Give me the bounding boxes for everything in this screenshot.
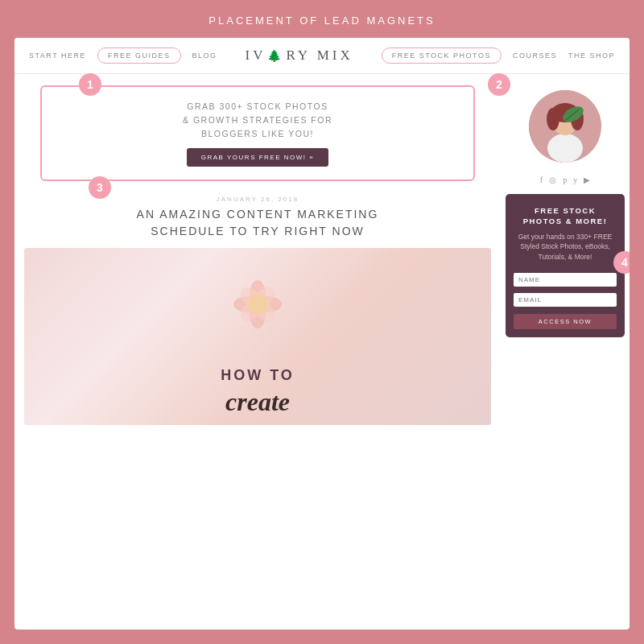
logo-text-ry-mix: RY MIX bbox=[286, 47, 353, 64]
how-to-text: HOW TO bbox=[221, 367, 295, 384]
svg-point-13 bbox=[547, 108, 559, 130]
nav-item-blog[interactable]: BLOG bbox=[192, 52, 217, 60]
nav-item-start-here[interactable]: START HERE bbox=[29, 52, 86, 60]
pinterest-icon[interactable]: p bbox=[563, 175, 567, 184]
page-title: PLACEMENT OF LEAD MAGNETS bbox=[208, 14, 435, 27]
svg-point-10 bbox=[547, 134, 583, 163]
nav-item-the-shop[interactable]: THE SHOP bbox=[568, 52, 615, 60]
nav-item-courses[interactable]: COURSES bbox=[513, 52, 557, 60]
site-logo[interactable]: IV🌲RY MIX bbox=[246, 47, 353, 64]
outer-frame: PLACEMENT OF LEAD MAGNETS START HERE FRE… bbox=[0, 0, 644, 644]
nav-pill-free-guides[interactable]: FREE GUIDES bbox=[97, 47, 181, 64]
avatar bbox=[529, 90, 601, 163]
instagram-icon[interactable]: ◎ bbox=[549, 175, 556, 184]
article-title: AN AMAZING CONTENT MARKETING SCHEDULE TO… bbox=[24, 206, 491, 240]
article-image: HOW TO create bbox=[24, 248, 491, 425]
twitter-icon[interactable]: y bbox=[573, 175, 577, 184]
social-icons: f ◎ p y ▶ bbox=[540, 175, 590, 184]
hero-cta-button[interactable]: GRAB YOURS FREE NOW! » bbox=[187, 148, 328, 167]
sidebar-widget: FREE STOCK PHOTOS & MORE! Get your hands… bbox=[506, 194, 625, 337]
nav-pill-free-stock-photos[interactable]: FREE STOCK PHOTOS bbox=[382, 47, 502, 64]
youtube-icon[interactable]: ▶ bbox=[584, 175, 590, 184]
main-content: GRAB 300+ STOCK PHOTOS & GROWTH STRATEGI… bbox=[14, 74, 630, 630]
browser-frame: START HERE FREE GUIDES BLOG IV🌲RY MIX FR… bbox=[14, 38, 630, 630]
create-text: create bbox=[225, 387, 290, 417]
badge-1: 1 bbox=[79, 73, 101, 96]
nav-wrapper: START HERE FREE GUIDES BLOG IV🌲RY MIX FR… bbox=[14, 38, 630, 74]
facebook-icon[interactable]: f bbox=[540, 175, 543, 184]
flower-icon bbox=[225, 272, 290, 336]
logo-tree-icon: 🌲 bbox=[267, 49, 284, 63]
badge-4: 4 bbox=[613, 251, 630, 274]
nav-right: FREE STOCK PHOTOS COURSES THE SHOP bbox=[382, 47, 615, 64]
widget-description: Get your hands on 330+ FREE Styled Stock… bbox=[514, 232, 617, 262]
logo-text-iv: IV bbox=[246, 47, 266, 64]
widget-name-input[interactable] bbox=[514, 273, 617, 287]
widget-email-input[interactable] bbox=[514, 293, 617, 307]
avatar-image bbox=[529, 90, 601, 163]
widget-access-button[interactable]: ACCESS NOW bbox=[514, 314, 617, 329]
hero-banner-title: GRAB 300+ STOCK PHOTOS & GROWTH STRATEGI… bbox=[58, 100, 457, 140]
hero-banner: GRAB 300+ STOCK PHOTOS & GROWTH STRATEGI… bbox=[40, 85, 475, 181]
nav-bar: START HERE FREE GUIDES BLOG IV🌲RY MIX FR… bbox=[14, 38, 630, 74]
center-col: GRAB 300+ STOCK PHOTOS & GROWTH STRATEGI… bbox=[14, 74, 501, 630]
right-sidebar: f ◎ p y ▶ 4 FREE STOCK PHOTOS & MORE! Ge… bbox=[501, 74, 630, 630]
svg-point-8 bbox=[248, 295, 267, 314]
nav-left: START HERE FREE GUIDES BLOG bbox=[29, 47, 217, 64]
widget-title: FREE STOCK PHOTOS & MORE! bbox=[514, 205, 617, 227]
